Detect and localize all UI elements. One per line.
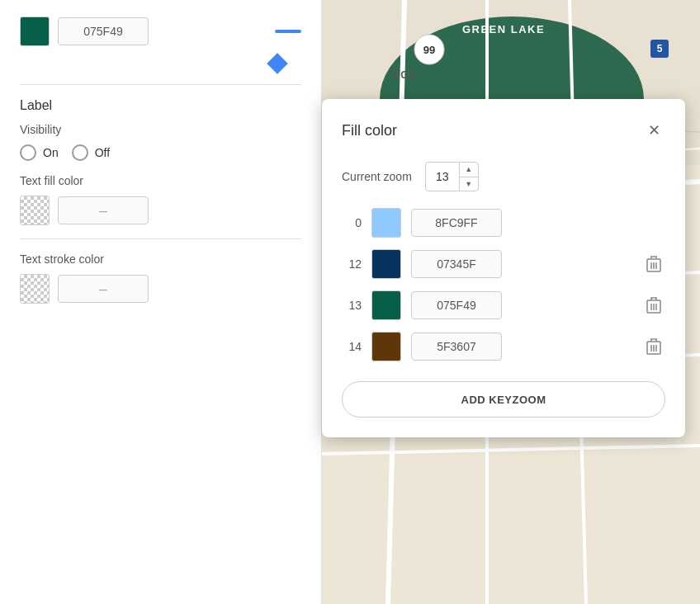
zoom-num-0: 0	[342, 216, 362, 229]
fill-color-left	[20, 17, 149, 46]
color-entry-14: 14	[342, 332, 665, 361]
svg-text:99: 99	[423, 44, 435, 56]
text-stroke-input[interactable]: –	[58, 275, 149, 303]
radio-on-circle[interactable]	[20, 144, 36, 161]
fill-color-dialog: Fill color ✕ Current zoom 13 ▲ ▼ 0 12	[322, 99, 685, 437]
radio-on-label: On	[43, 146, 59, 159]
zoom-up-arrow[interactable]: ▲	[460, 162, 478, 177]
zoom-num-14: 14	[342, 340, 362, 353]
zoom-value: 13	[426, 170, 459, 183]
text-stroke-swatch[interactable]	[20, 274, 50, 304]
fill-color-swatch[interactable]	[20, 17, 50, 46]
entry-color-input-13[interactable]	[411, 291, 502, 319]
text-fill-swatch[interactable]	[20, 196, 50, 225]
text-fill-input[interactable]: –	[58, 196, 149, 224]
entry-swatch-0[interactable]	[371, 208, 401, 238]
delete-entry-13[interactable]	[642, 294, 665, 317]
text-fill-section: Text fill color –	[20, 174, 301, 225]
color-entry-0: 0	[342, 208, 665, 238]
radio-off-circle[interactable]	[72, 144, 88, 161]
zoom-down-arrow[interactable]: ▼	[460, 177, 478, 192]
divider-2	[20, 238, 301, 239]
svg-text:DGE: DGE	[392, 69, 416, 81]
radio-on[interactable]: On	[20, 144, 59, 161]
left-panel: Label Visibility On Off Text fill color …	[0, 0, 322, 604]
zoom-num-12: 12	[342, 257, 362, 271]
label-section-title: Label	[20, 98, 301, 113]
dialog-close-button[interactable]: ✕	[642, 119, 665, 142]
fill-color-section	[20, 17, 301, 46]
fill-color-input[interactable]	[58, 17, 149, 45]
entry-swatch-12[interactable]	[371, 249, 401, 279]
add-keyzoom-button[interactable]: ADD KEYZOOM	[342, 381, 665, 418]
text-stroke-label: Text stroke color	[20, 252, 301, 266]
visibility-label: Visibility	[20, 123, 301, 136]
label-section: Label	[20, 98, 301, 113]
text-stroke-section: Text stroke color –	[20, 252, 301, 304]
zoom-spinner[interactable]: 13 ▲ ▼	[425, 162, 479, 191]
zoom-num-13: 13	[342, 299, 362, 312]
text-fill-label: Text fill color	[20, 174, 301, 187]
color-entry-13: 13	[342, 290, 665, 320]
dialog-title: Fill color	[342, 122, 397, 139]
minimize-button[interactable]	[275, 30, 301, 33]
delete-entry-12[interactable]	[642, 252, 665, 276]
delete-entry-14[interactable]	[642, 335, 665, 358]
svg-text:5: 5	[657, 43, 663, 54]
radio-off[interactable]: Off	[72, 144, 110, 161]
entry-swatch-13[interactable]	[371, 290, 401, 320]
entry-swatch-14[interactable]	[371, 332, 401, 361]
color-entry-12: 12	[342, 249, 665, 279]
radio-group: On Off	[20, 144, 301, 161]
divider-1	[20, 84, 301, 85]
svg-text:GREEN LAKE: GREEN LAKE	[462, 23, 545, 35]
zoom-row: Current zoom 13 ▲ ▼	[342, 162, 665, 191]
radio-off-label: Off	[95, 146, 110, 159]
current-zoom-label: Current zoom	[342, 170, 412, 183]
entry-color-input-12[interactable]	[411, 250, 502, 278]
color-entries: 0 12 13	[342, 208, 665, 361]
dialog-header: Fill color ✕	[342, 119, 665, 142]
zoom-arrows: ▲ ▼	[459, 162, 478, 191]
entry-color-input-14[interactable]	[411, 333, 502, 361]
entry-color-input-0[interactable]	[411, 209, 502, 237]
diamond-indicator[interactable]	[267, 53, 287, 73]
